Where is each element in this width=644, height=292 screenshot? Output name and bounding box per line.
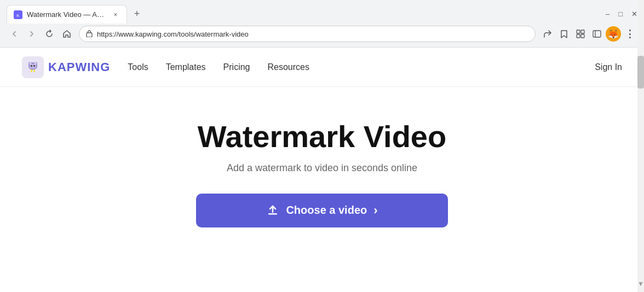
upload-icon [266, 204, 279, 217]
svg-rect-19 [33, 69, 35, 72]
title-bar: K Watermark Video — Add Wat... × + – □ ✕ [0, 0, 644, 23]
forward-button[interactable] [24, 26, 39, 42]
profile-avatar[interactable]: 🦊 [606, 26, 621, 42]
scrollbar-track[interactable]: ▼ [637, 0, 644, 292]
svg-point-17 [34, 62, 37, 65]
menu-button[interactable]: ⋮ [622, 26, 637, 42]
nav-tools[interactable]: Tools [128, 62, 148, 72]
tab-close-button[interactable]: × [111, 10, 120, 19]
browser-chrome: K Watermark Video — Add Wat... × + – □ ✕ [0, 0, 644, 48]
refresh-button[interactable] [42, 26, 57, 42]
svg-rect-20 [268, 213, 277, 215]
svg-rect-7 [593, 31, 601, 37]
tab-bar: K Watermark Video — Add Wat... × + [7, 4, 603, 24]
sign-in-button[interactable]: Sign In [595, 62, 622, 72]
svg-rect-5 [577, 34, 580, 38]
tab-title: Watermark Video — Add Wat... [27, 10, 107, 19]
nav-links: Tools Templates Pricing Resources [128, 62, 595, 72]
scrollbar-thumb[interactable] [637, 56, 644, 89]
browser-toolbar: https://www.kapwing.com/tools/watermark-… [0, 23, 644, 47]
svg-rect-2 [87, 33, 92, 37]
tab-favicon: K [14, 10, 22, 19]
window-controls: – □ ✕ [606, 10, 637, 18]
svg-rect-18 [31, 69, 32, 72]
toolbar-actions: 🦊 ⋮ [540, 26, 637, 42]
lock-icon [86, 30, 93, 39]
active-tab[interactable]: K Watermark Video — Add Wat... × [7, 5, 127, 24]
nav-pricing[interactable]: Pricing [223, 62, 250, 72]
chevron-right-icon: › [373, 203, 377, 218]
back-button[interactable] [7, 26, 22, 42]
svg-point-14 [31, 65, 32, 67]
maximize-button[interactable]: □ [618, 10, 623, 18]
choose-video-button[interactable]: Choose a video › [196, 194, 448, 227]
logo-icon [22, 56, 44, 78]
bookmark-button[interactable] [556, 26, 572, 42]
extensions-button[interactable] [573, 26, 588, 42]
cta-label: Choose a video [286, 204, 367, 217]
nav-templates[interactable]: Templates [166, 62, 206, 72]
new-tab-button[interactable]: + [129, 6, 145, 21]
nav-resources[interactable]: Resources [268, 62, 309, 72]
svg-rect-3 [577, 30, 580, 33]
hero-section: Watermark Video Add a watermark to video… [0, 87, 644, 249]
minimize-button[interactable]: – [606, 10, 610, 18]
sidebar-button[interactable] [589, 26, 605, 42]
svg-text:K: K [16, 13, 20, 18]
url-text: https://www.kapwing.com/tools/watermark-… [97, 30, 528, 38]
hero-subtitle: Add a watermark to video in seconds onli… [227, 162, 417, 174]
close-button[interactable]: ✕ [631, 10, 637, 18]
svg-rect-6 [581, 34, 584, 38]
svg-point-15 [33, 65, 35, 67]
website-content: KAPWING Tools Templates Pricing Resource… [0, 48, 644, 249]
hero-title: Watermark Video [198, 120, 446, 154]
address-bar[interactable]: https://www.kapwing.com/tools/watermark-… [79, 26, 536, 42]
home-button[interactable] [59, 26, 74, 42]
logo[interactable]: KAPWING [22, 56, 110, 78]
share-button[interactable] [540, 26, 555, 42]
svg-point-16 [30, 62, 32, 65]
svg-rect-4 [581, 30, 584, 33]
site-nav: KAPWING Tools Templates Pricing Resource… [0, 48, 644, 87]
logo-text: KAPWING [48, 60, 110, 74]
scroll-down-arrow: ▼ [637, 280, 644, 288]
